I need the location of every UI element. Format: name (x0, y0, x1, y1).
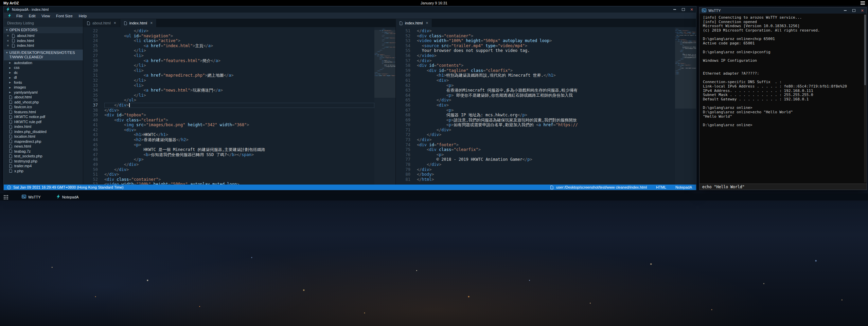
code-line[interactable]: <h1>HKWTC</h1> (104, 132, 374, 137)
scrollbar-thumb[interactable] (864, 15, 866, 85)
minimize-icon[interactable] (843, 8, 847, 13)
code-line[interactable]: </li> (104, 78, 374, 83)
hamburger-menu-icon[interactable] (861, 1, 865, 5)
tree-file-item[interactable]: x.php (4, 169, 83, 174)
code-line[interactable]: </div> (417, 98, 675, 103)
code-line[interactable]: </li> (104, 63, 374, 68)
tree-file-item[interactable]: about.html (4, 95, 83, 100)
tree-file-item[interactable]: HKWTC rule.pdf (4, 119, 83, 124)
close-icon[interactable]: × (7, 39, 10, 42)
taskbar-item-notepada[interactable]: NotepadA (54, 194, 81, 200)
code-line[interactable]: <div id="topbox"> (104, 113, 374, 118)
code-line[interactable]: <p>請注意,我們的伺服器為確保玩家及遊玩時的質素,我們對的服務開放 (417, 118, 675, 123)
code-line[interactable]: </div> (104, 28, 374, 34)
tree-folder-item[interactable]: ▸dl (4, 75, 83, 80)
terminal-output[interactable]: [info] Conencting to arozos WsTTY servic… (699, 14, 867, 184)
minimap-viewport[interactable] (675, 41, 696, 109)
code-line[interactable]: <div class="clearfix"> (104, 118, 374, 123)
code-line[interactable]: Your browser does not support the video … (417, 48, 675, 53)
code-line[interactable]: <a href="news.html">玩家傳送門</a> (104, 88, 374, 93)
code-line[interactable]: <div id="contents"> (417, 63, 675, 68)
tree-file-item[interactable]: index.html (4, 124, 83, 129)
code-line[interactable]: <div class="container"> (104, 177, 374, 182)
code-line[interactable]: 在香港的Minecraft 伺服器中,多為小遊戲和純生存的伺服器,較少擁有 (417, 88, 675, 93)
start-menu-icon[interactable] (3, 195, 8, 199)
open-editor-item[interactable]: ×index.html (4, 38, 83, 43)
code-line[interactable]: </div> (417, 58, 675, 63)
editor-tab[interactable]: index.html× (396, 19, 432, 27)
code-line[interactable]: <p> (417, 152, 675, 157)
code-line[interactable]: </div> (417, 162, 675, 167)
menu-help[interactable]: Help (76, 13, 90, 19)
code-line[interactable]: </div> (104, 162, 374, 167)
code-line[interactable]: <li> (104, 53, 374, 58)
code-line[interactable]: <div> (104, 128, 374, 133)
code-line[interactable]: <a href="index.html">主頁</a> (104, 43, 374, 49)
menu-font-size[interactable]: Font Size (53, 13, 76, 19)
statusbar-datetime[interactable]: Sat Jan 09 2021 16:29:49 GMT+0800 (Hong … (13, 185, 123, 189)
tree-file-item[interactable]: index.php_disabled (4, 129, 83, 134)
code-line[interactable]: <div> (417, 78, 675, 83)
tree-file-item[interactable]: favicon.ico (4, 104, 83, 110)
tab-close-icon[interactable]: × (426, 21, 428, 25)
code-line[interactable]: <div> (417, 103, 675, 108)
statusbar-filepath[interactable]: user:/Desktop/screenshot/test/www cleane… (556, 185, 647, 189)
code-line[interactable]: <p> (417, 83, 675, 88)
tree-folder-item[interactable]: ▸css (4, 65, 83, 70)
tree-file-item[interactable]: HKWTC notice.pdf (4, 114, 83, 119)
tree-file-item[interactable]: mapredirect.php (4, 139, 83, 144)
menu-view[interactable]: View (38, 13, 53, 19)
code-line[interactable]: <h1>特別為建築及鐵路而設,現代化的 Minecraft 世界.</h1> (417, 73, 675, 78)
editor-tab[interactable]: about.html× (83, 19, 120, 27)
statusbar-appname[interactable]: NotepadA (675, 185, 692, 189)
minimap[interactable]: </div><div class="container"><video widt… (675, 27, 696, 185)
code-line[interactable]: <p> (417, 108, 675, 113)
code-line[interactable]: <a href="mapredirect.php">網上地圖</a> (104, 73, 374, 78)
tab-close-icon[interactable]: × (150, 21, 153, 25)
code-line[interactable]: HKWTC 是一個 Minecraft 的建築伺服器,主要建築計劃包括鐵路 (104, 147, 374, 152)
close-icon[interactable]: × (7, 44, 10, 47)
scrollbar[interactable] (864, 15, 866, 183)
code-editor-right[interactable]: 5152535455565758596061626364656667686970… (396, 27, 696, 185)
code-area[interactable]: </div><div class="container"><video widt… (415, 27, 675, 185)
tree-file-item[interactable]: location.html (4, 134, 83, 139)
code-line[interactable]: </ul> (104, 98, 374, 103)
tree-folder-item[interactable]: ▸yamlyamlyaml (4, 90, 83, 95)
statusbar-language[interactable]: HTML (656, 185, 666, 189)
open-editor-item[interactable]: ×about.html (4, 33, 83, 38)
tree-file-item[interactable]: teabag.7z (4, 149, 83, 154)
code-line[interactable]: </div> (417, 132, 675, 137)
code-line[interactable]: </div> (104, 108, 374, 113)
close-icon[interactable]: × (860, 8, 864, 13)
minimize-icon[interactable] (673, 7, 677, 12)
editor-tab[interactable]: index.html× (120, 19, 157, 27)
minimap-viewport[interactable] (374, 30, 395, 98)
code-line[interactable]: </html> (417, 177, 675, 182)
close-icon[interactable]: × (7, 34, 10, 37)
wstty-titlebar[interactable]: WsTTY × (699, 7, 867, 14)
code-line[interactable]: <source src="trailer.mp4" type="video/mp… (417, 43, 675, 49)
maximize-icon[interactable] (852, 8, 856, 13)
tree-folder-item[interactable]: ▸images (4, 85, 83, 90)
code-line[interactable]: <video width="100%" height="500px" autop… (104, 182, 374, 185)
code-line[interactable]: <video width="100%" height="500px" autop… (417, 38, 675, 43)
code-line[interactable]: </div> (417, 137, 675, 142)
code-line[interactable]: <ul id="navigation"> (104, 34, 374, 39)
code-area[interactable]: </div> <ul id="navigation"> <li class="a… (103, 27, 374, 185)
code-line[interactable]: </li> (104, 48, 374, 53)
code-line[interactable]: 伺服器 IP 地址為: mcs.hkwtc.org</p> (417, 113, 675, 118)
code-line[interactable]: <div class="container"> (417, 34, 675, 39)
code-line[interactable]: </body> (417, 172, 675, 177)
tab-close-icon[interactable]: × (114, 21, 116, 25)
tree-file-item[interactable]: trailer.mp4 (4, 164, 83, 169)
open-editors-section-header[interactable]: ▾ OPEN EDITORS (4, 27, 83, 33)
minimap[interactable]: </div> <ul id="navigation"> <li class="a… (374, 27, 395, 185)
code-editor-left[interactable]: 2223242526272829303132333435363738394041… (83, 27, 395, 185)
maximize-icon[interactable] (681, 7, 685, 12)
workspace-folder-header[interactable]: ▾ USER:/DESKTOP/SCREENSHOT/TEST/WWW CLEA… (4, 50, 83, 60)
open-editor-item[interactable]: ×index.html (4, 43, 83, 48)
tree-file-item[interactable]: testmysql.php (4, 159, 83, 164)
close-icon[interactable]: × (690, 7, 694, 12)
code-line[interactable]: </div> (104, 167, 374, 172)
code-line[interactable]: </div> (104, 172, 374, 177)
